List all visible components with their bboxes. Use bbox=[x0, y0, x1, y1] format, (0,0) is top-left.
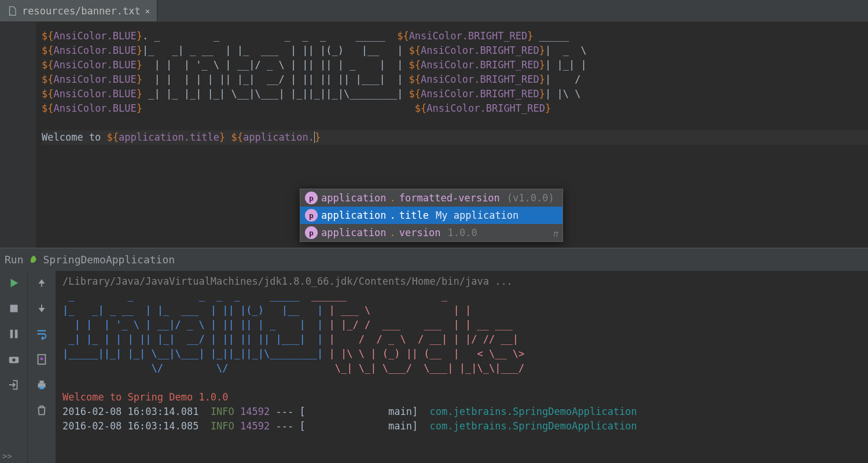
completion-item[interactable]: papplication.formatted-version(v1.0.0) bbox=[300, 189, 562, 207]
autocomplete-popup: papplication.formatted-version(v1.0.0)pa… bbox=[300, 189, 563, 242]
svg-rect-7 bbox=[41, 305, 42, 308]
svg-rect-11 bbox=[39, 387, 43, 389]
close-icon[interactable]: ✕ bbox=[145, 6, 150, 16]
run-button[interactable] bbox=[6, 275, 21, 291]
tab-label: resources/banner.txt bbox=[22, 5, 141, 17]
export-icon[interactable] bbox=[34, 352, 49, 367]
run-label: Run bbox=[5, 253, 24, 266]
svg-rect-2 bbox=[10, 330, 13, 339]
svg-rect-10 bbox=[39, 381, 43, 384]
run-actions-col bbox=[0, 271, 28, 463]
console-actions-col bbox=[28, 271, 56, 463]
completion-item[interactable]: papplication.version1.0.0 bbox=[300, 224, 562, 241]
scroll-down-icon[interactable] bbox=[34, 301, 49, 316]
camera-icon[interactable] bbox=[6, 352, 21, 367]
console-output[interactable]: /Library/Java/JavaVirtualMachines/jdk1.8… bbox=[56, 271, 868, 463]
editor-tab-bar: resources/banner.txt ✕ bbox=[0, 0, 868, 22]
property-badge-icon: p bbox=[305, 209, 318, 222]
svg-point-0 bbox=[10, 13, 12, 15]
editor-gutter bbox=[0, 22, 36, 248]
svg-rect-6 bbox=[41, 283, 42, 286]
tab-banner-txt[interactable]: resources/banner.txt ✕ bbox=[0, 0, 157, 21]
scroll-up-icon[interactable] bbox=[34, 275, 49, 291]
expand-chevron-icon[interactable]: >> bbox=[2, 451, 12, 461]
soft-wrap-icon[interactable] bbox=[34, 326, 49, 341]
editor-area[interactable]: ${AnsiColor.BLUE}. _ _ _ _ _ _____ ${Ans… bbox=[0, 22, 868, 248]
exit-icon[interactable] bbox=[6, 377, 21, 392]
completion-item[interactable]: papplication.titleMy application bbox=[300, 207, 562, 224]
svg-rect-3 bbox=[14, 330, 17, 339]
editor-content[interactable]: ${AnsiColor.BLUE}. _ _ _ _ _ _____ ${Ans… bbox=[42, 25, 868, 145]
run-config-name: SpringDemoApplication bbox=[43, 253, 175, 266]
spring-leaf-icon bbox=[28, 255, 39, 265]
property-badge-icon: p bbox=[305, 226, 318, 239]
pi-icon: π bbox=[553, 229, 558, 239]
property-badge-icon: p bbox=[305, 192, 318, 204]
svg-rect-1 bbox=[10, 305, 17, 313]
run-tool-body: /Library/Java/JavaVirtualMachines/jdk1.8… bbox=[0, 271, 868, 463]
run-tool-header: Run SpringDemoApplication bbox=[0, 248, 868, 271]
pause-button[interactable] bbox=[6, 326, 21, 341]
file-icon bbox=[7, 6, 17, 16]
svg-point-5 bbox=[12, 358, 16, 362]
trash-icon[interactable] bbox=[34, 403, 49, 418]
stop-button[interactable] bbox=[6, 301, 21, 316]
print-icon[interactable] bbox=[34, 377, 49, 392]
